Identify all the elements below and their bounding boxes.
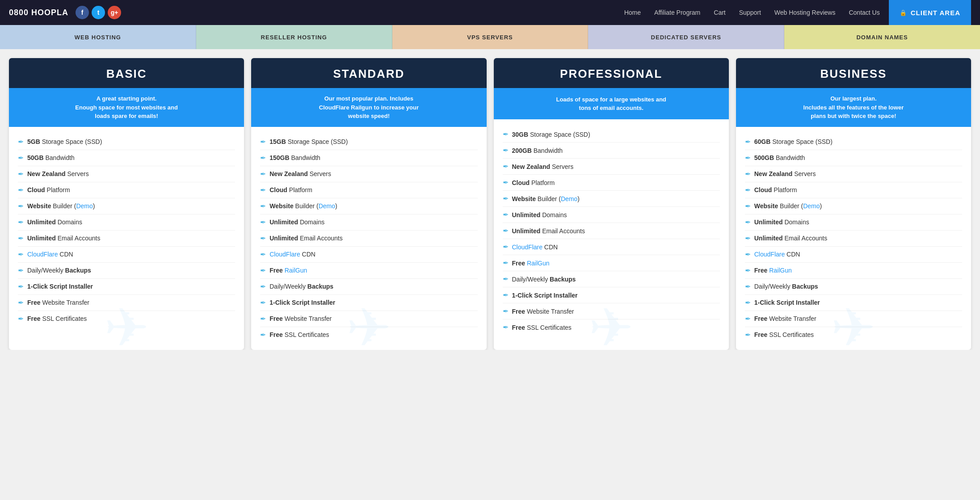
check-icon: ✒ <box>745 234 751 243</box>
nav-contact[interactable]: Contact Us <box>849 9 879 16</box>
check-icon: ✒ <box>503 194 509 203</box>
check-icon: ✒ <box>18 315 24 323</box>
cloudflare-link[interactable]: CloudFlare <box>512 244 543 251</box>
check-icon: ✒ <box>18 138 24 146</box>
nav-support[interactable]: Support <box>739 9 761 16</box>
list-item: ✒Free SSL Certificates <box>745 327 962 343</box>
list-item: ✒CloudFlare CDN <box>18 247 235 263</box>
professional-header: PROFESSIONAL <box>494 58 729 88</box>
standard-title: STANDARD <box>258 67 479 81</box>
check-icon: ✒ <box>745 315 751 323</box>
client-area-label: CLIENT AREA <box>911 9 960 17</box>
check-icon: ✒ <box>503 146 509 155</box>
top-nav: 0800 HOOPLA f t g+ Home Affiliate Progra… <box>0 0 980 25</box>
demo-link[interactable]: Demo <box>76 202 93 210</box>
basic-features: ✒5GB Storage Space (SSD) ✒50GB Bandwidth… <box>9 127 244 334</box>
check-icon: ✒ <box>260 154 266 162</box>
standard-features: ✒15GB Storage Space (SSD) ✒150GB Bandwid… <box>251 127 486 350</box>
check-icon: ✒ <box>745 218 751 227</box>
list-item: ✒Daily/Weekly Backups <box>503 271 720 287</box>
check-icon: ✒ <box>18 218 24 227</box>
check-icon: ✒ <box>503 323 509 332</box>
business-header: BUSINESS <box>736 58 971 88</box>
check-icon: ✒ <box>260 186 266 194</box>
check-icon: ✒ <box>260 138 266 146</box>
list-item: ✒1-Click Script Installer <box>260 295 477 311</box>
check-icon: ✒ <box>503 162 509 171</box>
check-icon: ✒ <box>18 298 24 307</box>
check-icon: ✒ <box>260 234 266 243</box>
list-item: ✒Website Builder (Demo) <box>503 191 720 207</box>
check-icon: ✒ <box>503 210 509 219</box>
check-icon: ✒ <box>745 154 751 162</box>
basic-header: BASIC <box>9 58 244 88</box>
railgun-link[interactable]: RailGun <box>527 260 550 267</box>
professional-subtitle: Loads of space for a large websites andt… <box>494 88 729 119</box>
list-item: ✒Cloud Platform <box>503 175 720 191</box>
check-icon: ✒ <box>260 331 266 339</box>
list-item: ✒200GB Bandwidth <box>503 143 720 159</box>
check-icon: ✒ <box>503 291 509 299</box>
list-item: ✒Unlimited Email Accounts <box>503 223 720 239</box>
nav-links: Home Affiliate Program Cart Support Web … <box>624 9 880 16</box>
demo-link[interactable]: Demo <box>561 195 577 202</box>
list-item: ✒Free SSL Certificates <box>260 327 477 343</box>
list-item: ✒Unlimited Domains <box>260 214 477 231</box>
basic-title: BASIC <box>16 67 237 81</box>
check-icon: ✒ <box>745 331 751 339</box>
plan-basic: BASIC A great starting point.Enough spac… <box>9 58 244 350</box>
check-icon: ✒ <box>18 186 24 194</box>
railgun-link[interactable]: RailGun <box>285 267 307 274</box>
railgun-link[interactable]: RailGun <box>769 267 792 274</box>
check-icon: ✒ <box>18 170 24 178</box>
client-area-button[interactable]: 🔒 CLIENT AREA <box>889 0 971 25</box>
cloudflare-link[interactable]: CloudFlare <box>27 251 58 258</box>
google-plus-icon[interactable]: g+ <box>108 6 121 19</box>
list-item: ✒Unlimited Domains <box>745 214 962 231</box>
check-icon: ✒ <box>503 307 509 315</box>
business-features: ✒60GB Storage Space (SSD) ✒500GB Bandwid… <box>736 127 971 350</box>
cloudflare-link[interactable]: CloudFlare <box>269 251 300 258</box>
check-icon: ✒ <box>260 202 266 210</box>
standard-header: STANDARD <box>251 58 486 88</box>
check-icon: ✒ <box>18 202 24 210</box>
nav-affiliate[interactable]: Affiliate Program <box>654 9 700 16</box>
list-item: ✒Website Builder (Demo) <box>260 198 477 214</box>
facebook-icon[interactable]: f <box>76 6 89 19</box>
list-item: ✒New Zealand Servers <box>503 159 720 175</box>
category-tabs: WEB HOSTING RESELLER HOSTING VPS SERVERS… <box>0 25 980 49</box>
tab-dedicated-servers[interactable]: DEDICATED SERVERS <box>588 25 784 49</box>
tab-vps-servers[interactable]: VPS SERVERS <box>392 25 589 49</box>
plan-standard: STANDARD Our most popular plan. Includes… <box>251 58 486 350</box>
professional-title: PROFESSIONAL <box>501 67 722 81</box>
cloudflare-link[interactable]: CloudFlare <box>754 251 785 258</box>
nav-reviews[interactable]: Web Hosting Reviews <box>774 9 836 16</box>
list-item: ✒Unlimited Email Accounts <box>260 231 477 247</box>
check-icon: ✒ <box>260 250 266 259</box>
check-icon: ✒ <box>260 170 266 178</box>
check-icon: ✒ <box>503 243 509 251</box>
list-item: ✒Website Builder (Demo) <box>745 198 962 214</box>
basic-subtitle: A great starting point.Enough space for … <box>9 88 244 127</box>
demo-link[interactable]: Demo <box>803 202 820 210</box>
pricing-cards: BASIC A great starting point.Enough spac… <box>0 49 980 350</box>
list-item: ✒1-Click Script Installer <box>18 279 235 295</box>
nav-home[interactable]: Home <box>624 9 641 16</box>
demo-link[interactable]: Demo <box>319 202 335 210</box>
list-item: ✒Free Website Transfer <box>18 295 235 311</box>
list-item: ✒New Zealand Servers <box>260 166 477 182</box>
tab-web-hosting[interactable]: WEB HOSTING <box>0 25 196 49</box>
list-item: ✒150GB Bandwidth <box>260 150 477 166</box>
check-icon: ✒ <box>745 266 751 275</box>
tab-reseller-hosting[interactable]: RESELLER HOSTING <box>196 25 392 49</box>
list-item: ✒1-Click Script Installer <box>745 295 962 311</box>
list-item: ✒New Zealand Servers <box>18 166 235 182</box>
list-item: ✒Daily/Weekly Backups <box>18 263 235 279</box>
check-icon: ✒ <box>18 266 24 275</box>
list-item: ✒5GB Storage Space (SSD) <box>18 134 235 150</box>
check-icon: ✒ <box>745 250 751 259</box>
twitter-icon[interactable]: t <box>92 6 105 19</box>
nav-cart[interactable]: Cart <box>714 9 725 16</box>
professional-features: ✒30GB Storage Space (SSD) ✒200GB Bandwid… <box>494 119 729 342</box>
tab-domain-names[interactable]: DOMAIN NAMES <box>784 25 980 49</box>
